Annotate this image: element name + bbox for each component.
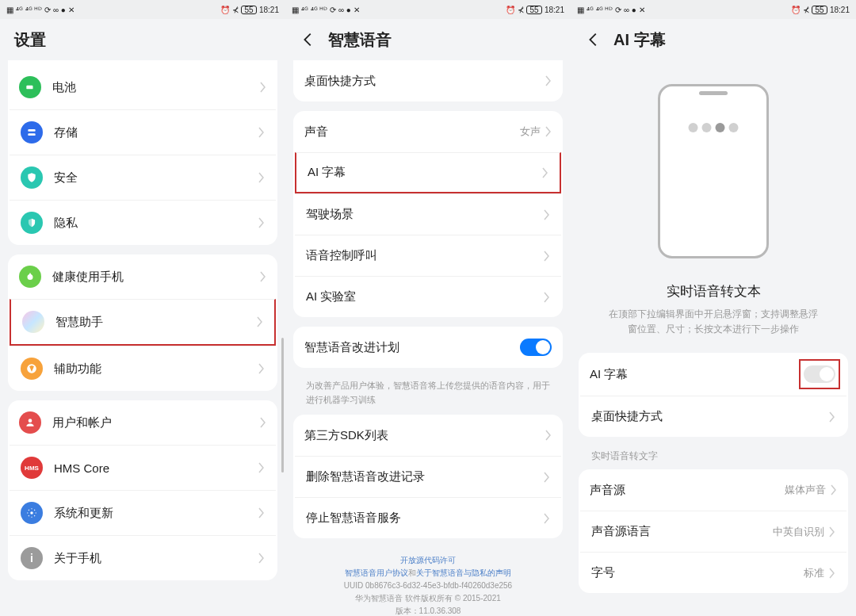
chevron-right-icon (260, 417, 266, 428)
privacy-icon (21, 212, 43, 234)
privacy-link[interactable]: 关于智慧语音与隐私的声明 (416, 568, 511, 577)
row-label: HMS Core (54, 461, 258, 475)
chevron-right-icon (544, 209, 550, 220)
improvement-plan-desc: 为改善产品用户体验，智慧语音将上传您提供的语音内容，用于进行机器学习训练 (293, 377, 563, 415)
page-title: 智慧语音 (328, 29, 392, 51)
row-delete-record[interactable]: 删除智慧语音改进记录 (295, 456, 561, 497)
row-label: 智慧语音改进计划 (304, 340, 520, 355)
row-label: 健康使用手机 (52, 270, 260, 285)
back-button[interactable] (585, 31, 602, 48)
open-source-link[interactable]: 开放源代码许可 (300, 554, 556, 567)
back-button[interactable] (300, 31, 317, 48)
smart-voice-screen: ▦ ⁴ᴳ ⁴ᴳ ᴴᴰ ⟳ ∞ ● ✕ ⏰ ⊀5518:21 智慧语音 桌面快捷方… (285, 0, 571, 616)
row-improvement-plan[interactable]: 智慧语音改进计划 (293, 327, 563, 368)
row-label: 关于手机 (54, 551, 258, 566)
improvement-plan-toggle[interactable] (520, 339, 552, 356)
row-battery[interactable]: 电池 (8, 65, 277, 109)
row-sdk-list[interactable]: 第三方SDK列表 (293, 415, 563, 456)
chevron-right-icon (829, 526, 835, 538)
row-label: AI 实验室 (306, 289, 544, 304)
chevron-right-icon (544, 251, 550, 262)
row-smart-assistant[interactable]: 智慧助手 (10, 299, 276, 346)
row-label: 系统和更新 (54, 506, 258, 521)
battery-icon (19, 76, 41, 98)
row-label: 用户和帐户 (52, 415, 260, 430)
row-label: 驾驶场景 (306, 207, 544, 222)
assistant-icon (22, 311, 44, 333)
row-accessibility[interactable]: 辅助功能 (10, 346, 276, 391)
page-header: AI 字幕 (571, 19, 856, 60)
settings-group-device: 电池 存储 安全 隐私 (8, 60, 277, 245)
row-desktop-shortcut[interactable]: 桌面快捷方式 (293, 60, 563, 101)
row-font-size[interactable]: 字号 标准 (580, 552, 846, 593)
row-ai-subtitle[interactable]: AI 字幕 (295, 152, 561, 193)
storage-icon (21, 121, 43, 143)
svg-point-3 (29, 419, 32, 423)
row-value: 中英自识别 (773, 525, 824, 539)
chevron-right-icon (542, 167, 548, 178)
row-desktop-shortcut[interactable]: 桌面快捷方式 (580, 396, 846, 437)
row-label: 隐私 (54, 216, 258, 231)
row-stop-service[interactable]: 停止智慧语音服务 (295, 497, 561, 538)
status-bar: ▦ ⁴ᴳ ⁴ᴳ ᴴᴰ ⟳ ∞ ● ✕ ⏰ ⊀5518:21 (285, 0, 571, 19)
row-label: 声音源语言 (591, 524, 773, 539)
page-title: AI 字幕 (613, 29, 666, 51)
row-privacy[interactable]: 隐私 (10, 200, 276, 245)
row-source-language[interactable]: 声音源语言 中英自识别 (580, 511, 846, 552)
chevron-right-icon (545, 126, 552, 137)
row-ai-subtitle-toggle[interactable]: AI 字幕 (579, 353, 848, 396)
row-storage[interactable]: 存储 (10, 109, 276, 155)
user-agreement-link[interactable]: 智慧语音用户协议 (345, 568, 408, 577)
row-label: 桌面快捷方式 (304, 74, 545, 89)
row-driving[interactable]: 驾驶场景 (295, 193, 561, 235)
chevron-right-icon (258, 462, 265, 473)
row-sound-source[interactable]: 声音源 媒体声音 (579, 469, 848, 511)
ai-subtitle-screen: ▦ ⁴ᴳ ⁴ᴳ ᴴᴰ ⟳ ∞ ● ✕ ⏰ ⊀5518:21 AI 字幕 实时语音… (571, 0, 856, 616)
settings-screen: ▦ ⁴ᴳ ⁴ᴳ ᴴᴰ ⟳ ∞ ● ✕ ⏰ ⊀5518:21 设置 电池 存储 安… (0, 0, 285, 616)
row-system-update[interactable]: 系统和更新 (10, 490, 276, 535)
system-icon (21, 502, 43, 524)
row-hms[interactable]: HMS HMS Core (10, 445, 276, 490)
user-icon (19, 411, 41, 434)
row-label: 字号 (591, 565, 804, 580)
realtime-settings-group: 声音源 媒体声音 声音源语言 中英自识别 字号 标准 (579, 469, 848, 593)
row-security[interactable]: 安全 (10, 155, 276, 200)
ai-subtitle-toggle[interactable] (804, 365, 835, 383)
row-about-phone[interactable]: i 关于手机 (10, 535, 276, 580)
accessibility-icon (21, 358, 43, 380)
status-bar: ▦ ⁴ᴳ ⁴ᴳ ᴴᴰ ⟳ ∞ ● ✕ ⏰ ⊀5518:21 (571, 0, 856, 19)
partial-card-top: 桌面快捷方式 (293, 60, 563, 101)
page-header: 智慧语音 (285, 19, 571, 60)
row-label: 第三方SDK列表 (304, 428, 545, 443)
scrollbar[interactable] (281, 338, 284, 473)
voice-settings-group: 声音 女声 AI 字幕 驾驶场景 语音控制呼叫 AI 实验室 (293, 111, 563, 317)
phone-frame-icon (658, 84, 769, 258)
page-title: 设置 (14, 29, 46, 51)
chevron-right-icon (545, 75, 552, 86)
row-ai-lab[interactable]: AI 实验室 (295, 276, 561, 317)
about-icon: i (21, 547, 43, 569)
row-label: 智慧助手 (55, 315, 257, 330)
chevron-right-icon (258, 553, 265, 564)
row-label: AI 字幕 (308, 165, 542, 180)
row-health[interactable]: 健康使用手机 (8, 254, 277, 299)
svg-point-4 (30, 511, 33, 515)
row-label: 声音 (304, 124, 520, 140)
svg-rect-1 (28, 129, 35, 132)
illustration (579, 60, 848, 266)
row-voice-call[interactable]: 语音控制呼叫 (295, 235, 561, 276)
feature-subtext: 在顶部下拉编辑界面中开启悬浮窗；支持调整悬浮窗位置、尺寸；长按文本进行下一步操作 (579, 300, 848, 353)
chevron-right-icon (258, 127, 265, 138)
copyright-text: 华为智慧语音 软件版权所有 © 2015-2021 (300, 592, 556, 605)
row-sound[interactable]: 声音 女声 (293, 111, 563, 152)
row-label: 桌面快捷方式 (591, 409, 829, 424)
svg-rect-2 (28, 133, 35, 136)
improvement-plan-card: 智慧语音改进计划 (293, 327, 563, 368)
subtitle-toggle-group: AI 字幕 桌面快捷方式 (579, 353, 848, 437)
row-value: 女声 (520, 124, 541, 139)
chevron-right-icon (258, 363, 265, 374)
health-icon (19, 266, 41, 288)
security-icon (21, 166, 43, 189)
row-users[interactable]: 用户和帐户 (8, 400, 277, 445)
settings-group-smart: 健康使用手机 智慧助手 辅助功能 (8, 254, 277, 391)
